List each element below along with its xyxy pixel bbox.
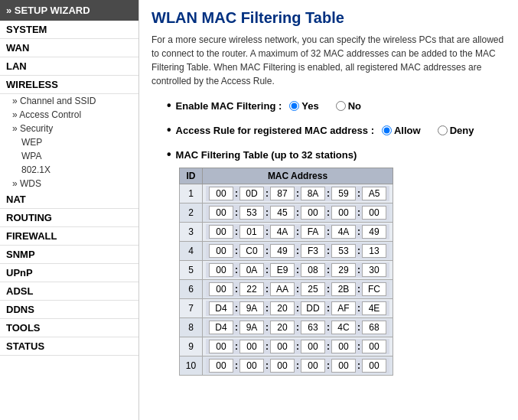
mac-octet-input[interactable] <box>209 225 233 239</box>
mac-octet-input[interactable] <box>209 282 233 296</box>
sidebar-section-status[interactable]: STATUS <box>0 337 138 356</box>
mac-octet-input[interactable] <box>331 321 356 334</box>
mac-octet-input[interactable] <box>301 206 325 220</box>
mac-octet-input[interactable] <box>239 282 264 296</box>
mac-octet-input[interactable] <box>362 244 386 258</box>
sidebar-child-802.1x[interactable]: 802.1X <box>0 163 138 177</box>
mac-octet-input[interactable] <box>239 263 264 277</box>
mac-octet-input[interactable] <box>362 321 386 334</box>
mac-octet-input[interactable] <box>270 187 295 200</box>
mac-octet-input[interactable] <box>270 225 295 239</box>
mac-octet-input[interactable] <box>239 225 264 239</box>
mac-separator: : <box>234 188 239 199</box>
mac-octet-input[interactable] <box>209 340 233 353</box>
mac-octet-input[interactable] <box>270 263 295 277</box>
sidebar-section-system[interactable]: SYSTEM <box>0 21 138 39</box>
mac-octet-input[interactable] <box>301 244 325 258</box>
mac-separator: : <box>295 303 300 314</box>
sidebar-section-wan[interactable]: WAN <box>0 39 138 57</box>
mac-octet-input[interactable] <box>331 187 356 200</box>
mac-octet-input[interactable] <box>239 301 264 315</box>
sidebar-section-adsl[interactable]: ADSL <box>0 282 138 301</box>
mac-octet-input[interactable] <box>209 263 233 277</box>
mac-octet-input[interactable] <box>301 282 325 296</box>
sidebar-section-tools[interactable]: TOOLS <box>0 319 138 337</box>
mac-octet-input[interactable] <box>239 206 264 220</box>
sidebar-subitem-wds[interactable]: » WDS <box>0 177 138 190</box>
sidebar-section-upnp[interactable]: UPnP <box>0 264 138 282</box>
mac-octet-input[interactable] <box>362 282 386 296</box>
mac-octet-input[interactable] <box>270 301 295 315</box>
no-radio-option[interactable]: No <box>336 100 361 112</box>
mac-octet-input[interactable] <box>239 340 264 353</box>
mac-octet-input[interactable] <box>270 340 295 353</box>
mac-octet-input[interactable] <box>270 321 295 334</box>
mac-octet-input[interactable] <box>209 206 233 220</box>
sidebar-section-nat[interactable]: NAT <box>0 190 138 209</box>
sidebar-section-routing[interactable]: ROUTING <box>0 209 138 227</box>
mac-address-cell: ::::: <box>203 357 393 376</box>
mac-octet-input[interactable] <box>362 340 386 353</box>
mac-separator: : <box>265 226 269 237</box>
mac-octet-input[interactable] <box>239 359 264 373</box>
allow-radio[interactable] <box>382 125 392 135</box>
mac-octet-input[interactable] <box>362 225 386 239</box>
sidebar-child-wpa[interactable]: WPA <box>0 149 138 163</box>
mac-octet-input[interactable] <box>239 187 264 200</box>
mac-octet-input[interactable] <box>331 301 356 315</box>
mac-octet-input[interactable] <box>301 340 325 353</box>
yes-radio[interactable] <box>289 101 299 111</box>
mac-octet-input[interactable] <box>209 187 233 200</box>
mac-octet-input[interactable] <box>301 321 325 334</box>
mac-octet-input[interactable] <box>301 359 325 373</box>
mac-octet-input[interactable] <box>239 321 264 334</box>
mac-octet-input[interactable] <box>301 187 325 200</box>
yes-label: Yes <box>301 100 318 112</box>
mac-octet-input[interactable] <box>270 282 295 296</box>
mac-separator: : <box>326 284 331 295</box>
yes-radio-option[interactable]: Yes <box>289 100 318 112</box>
mac-octet-input[interactable] <box>301 263 325 277</box>
mac-octet-input[interactable] <box>362 263 386 277</box>
mac-octet-input[interactable] <box>270 244 295 258</box>
mac-octet-input[interactable] <box>301 225 325 239</box>
sidebar-child-wep[interactable]: WEP <box>0 135 138 149</box>
sidebar-section-snmp[interactable]: SNMP <box>0 246 138 264</box>
mac-octet-input[interactable] <box>362 301 386 315</box>
mac-address-cell: ::::: <box>203 242 393 261</box>
sidebar-subitem-security[interactable]: » Security <box>0 122 138 135</box>
mac-octet-input[interactable] <box>331 282 356 296</box>
sidebar-subitem-channel-and-ssid[interactable]: » Channel and SSID <box>0 94 138 108</box>
mac-octet-input[interactable] <box>331 340 356 353</box>
mac-octet-input[interactable] <box>301 301 325 315</box>
mac-octet-input[interactable] <box>362 206 386 220</box>
mac-octet-input[interactable] <box>331 244 356 258</box>
sidebar-section-ddns[interactable]: DDNS <box>0 301 138 319</box>
no-radio[interactable] <box>336 101 346 111</box>
enable-mac-label: Enable MAC Filtering : <box>167 99 282 112</box>
mac-octet-input[interactable] <box>331 263 356 277</box>
sidebar-section-lan[interactable]: LAN <box>0 57 138 76</box>
mac-octet-input[interactable] <box>331 359 356 373</box>
sidebar-section-wireless[interactable]: WIRELESS <box>0 76 138 94</box>
mac-octet-input[interactable] <box>209 359 233 373</box>
sidebar-section-firewall[interactable]: FIREWALL <box>0 227 138 246</box>
deny-radio[interactable] <box>438 125 448 135</box>
mac-octet-input[interactable] <box>270 206 295 220</box>
mac-octet-input[interactable] <box>362 187 386 200</box>
mac-octet-input[interactable] <box>331 225 356 239</box>
row-id: 4 <box>180 242 203 261</box>
mac-octet-input[interactable] <box>239 244 264 258</box>
row-id: 9 <box>180 337 203 357</box>
allow-radio-option[interactable]: Allow <box>382 125 421 136</box>
mac-octet-input[interactable] <box>331 206 356 220</box>
deny-radio-option[interactable]: Deny <box>438 125 474 136</box>
mac-octet-input[interactable] <box>209 321 233 334</box>
sidebar-subitem-access-control[interactable]: » Access Control <box>0 108 138 122</box>
mac-octet-input[interactable] <box>270 359 295 373</box>
mac-octet-input[interactable] <box>209 301 233 315</box>
setup-wizard-header[interactable]: » SETUP WIZARD <box>0 0 138 21</box>
row-id: 7 <box>180 299 203 318</box>
mac-octet-input[interactable] <box>209 244 233 258</box>
mac-octet-input[interactable] <box>362 359 386 373</box>
